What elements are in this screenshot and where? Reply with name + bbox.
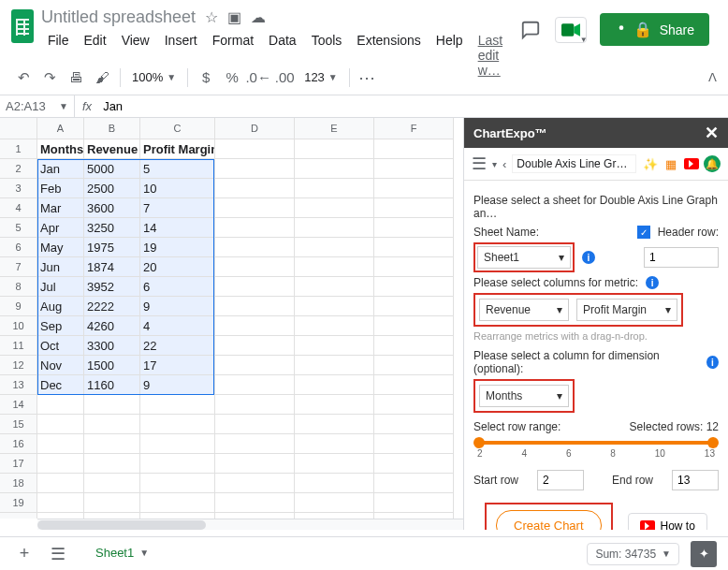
col-header[interactable]: D [215, 118, 295, 139]
cell[interactable] [374, 336, 454, 356]
cell[interactable] [84, 474, 140, 493]
cell[interactable] [295, 297, 374, 316]
number-format-select[interactable]: 123▼ [298, 70, 343, 84]
dimension-select[interactable]: Months▾ [479, 385, 569, 407]
cell[interactable]: 5 [140, 159, 215, 179]
back-icon[interactable]: ‹ [502, 157, 506, 171]
cell[interactable] [140, 434, 215, 454]
row-header[interactable]: 3 [0, 179, 37, 198]
cell[interactable] [37, 415, 84, 434]
move-folder-icon[interactable]: ▣ [227, 8, 241, 26]
cell[interactable]: 14 [140, 218, 215, 238]
howto-button[interactable]: How to [628, 513, 707, 531]
cell[interactable] [374, 159, 454, 179]
cell[interactable] [215, 238, 295, 257]
slider-thumb-start[interactable] [473, 437, 485, 448]
all-sheets-icon[interactable]: ☰ [45, 541, 71, 567]
cell[interactable]: 3250 [84, 218, 140, 238]
row-header[interactable]: 13 [0, 375, 37, 395]
magic-wand-icon[interactable]: ✨ [642, 155, 659, 172]
cell[interactable] [84, 493, 140, 513]
comments-icon[interactable] [519, 19, 542, 41]
youtube-icon[interactable] [683, 155, 700, 172]
cell[interactable] [140, 395, 215, 415]
col-header[interactable]: E [295, 118, 374, 139]
row-header[interactable]: 6 [0, 238, 37, 257]
cell[interactable]: Jun [37, 257, 84, 277]
cell[interactable] [215, 434, 295, 454]
cell[interactable] [295, 179, 374, 198]
cell[interactable]: 7 [140, 198, 215, 218]
cell[interactable] [140, 474, 215, 493]
cell[interactable] [37, 395, 84, 415]
cell[interactable]: May [37, 238, 84, 257]
cell[interactable] [215, 277, 295, 297]
cell[interactable]: Oct [37, 336, 84, 356]
cell[interactable]: 19 [140, 238, 215, 257]
cell[interactable] [215, 218, 295, 238]
sheet-select[interactable]: Sheet1▾ [477, 246, 571, 269]
cell[interactable]: Jul [37, 277, 84, 297]
row-header[interactable]: 17 [0, 454, 37, 474]
cell[interactable]: 1874 [84, 257, 140, 277]
cell[interactable] [215, 316, 295, 336]
increase-decimal-icon[interactable]: .00 [272, 66, 297, 90]
quick-sum[interactable]: Sum: 34735▼ [587, 543, 679, 565]
row-header[interactable]: 5 [0, 218, 37, 238]
row-header[interactable]: 16 [0, 434, 37, 454]
cell[interactable] [37, 434, 84, 454]
cell[interactable] [374, 179, 454, 198]
cell[interactable]: 5000 [84, 159, 140, 179]
cell[interactable]: Months [37, 139, 84, 159]
col-header[interactable]: C [140, 118, 215, 139]
cell[interactable] [84, 434, 140, 454]
cell[interactable]: 4 [140, 316, 215, 336]
cell[interactable] [84, 454, 140, 474]
cell[interactable] [374, 218, 454, 238]
row-header[interactable]: 15 [0, 415, 37, 434]
cell[interactable] [295, 159, 374, 179]
cell[interactable] [374, 415, 454, 434]
cell[interactable] [295, 198, 374, 218]
cloud-status-icon[interactable]: ☁ [251, 8, 266, 26]
cell[interactable] [215, 356, 295, 375]
percent-icon[interactable]: % [220, 66, 244, 90]
cell[interactable] [374, 454, 454, 474]
cell[interactable]: 3300 [84, 336, 140, 356]
row-header[interactable]: 12 [0, 356, 37, 375]
info-icon[interactable]: i [646, 276, 659, 289]
formula-input[interactable] [99, 99, 728, 113]
row-header[interactable]: 14 [0, 395, 37, 415]
metric1-select[interactable]: Revenue▾ [479, 299, 569, 321]
add-sheet-icon[interactable]: + [11, 541, 37, 567]
cell[interactable] [374, 277, 454, 297]
cell[interactable] [37, 454, 84, 474]
horizontal-scrollbar[interactable] [37, 519, 463, 530]
cell[interactable] [215, 415, 295, 434]
cell[interactable] [295, 316, 374, 336]
start-row-input[interactable] [537, 470, 584, 490]
close-icon[interactable]: ✕ [705, 123, 719, 143]
scrollbar-thumb[interactable] [37, 520, 206, 530]
cell[interactable] [374, 238, 454, 257]
meet-icon[interactable]: ▼ [555, 17, 587, 43]
last-edit-link[interactable]: Last edit w… [472, 29, 519, 81]
currency-icon[interactable]: $ [194, 66, 218, 90]
redo-icon[interactable]: ↷ [37, 66, 62, 90]
sheet-tab[interactable]: Sheet1▼ [82, 538, 162, 569]
cell[interactable] [215, 139, 295, 159]
undo-icon[interactable]: ↶ [11, 66, 36, 90]
row-header[interactable]: 18 [0, 474, 37, 493]
cell[interactable] [140, 454, 215, 474]
row-header[interactable]: 1 [0, 139, 37, 159]
cell[interactable]: 2222 [84, 297, 140, 316]
cell[interactable] [374, 139, 454, 159]
cell[interactable] [295, 415, 374, 434]
header-row-input[interactable] [644, 247, 719, 268]
row-header[interactable]: 7 [0, 257, 37, 277]
cell[interactable]: 20 [140, 257, 215, 277]
cell[interactable] [215, 159, 295, 179]
cell[interactable] [295, 139, 374, 159]
cell[interactable] [374, 395, 454, 415]
hamburger-icon[interactable]: ☰ [472, 153, 487, 174]
